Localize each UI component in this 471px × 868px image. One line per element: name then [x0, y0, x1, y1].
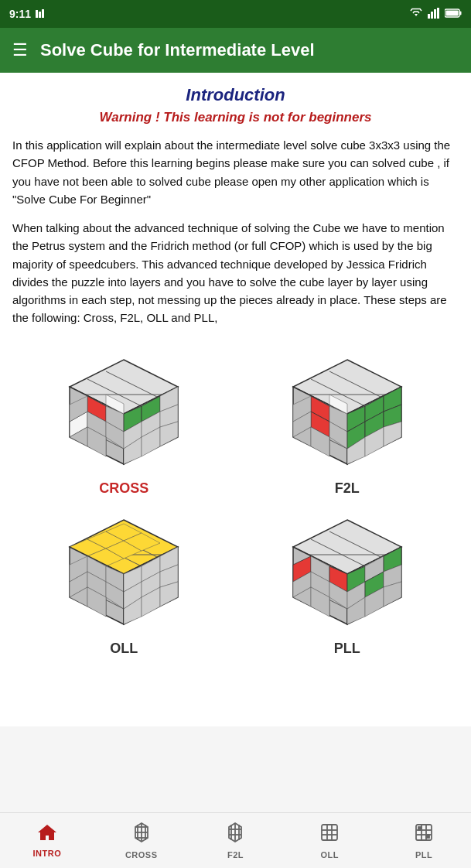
- svg-rect-2: [42, 9, 44, 18]
- oll-cube-image: [54, 512, 193, 636]
- time-display: 9:11: [9, 8, 31, 20]
- bottom-nav: INTRO CROSS F: [0, 812, 471, 868]
- svg-rect-9: [446, 11, 459, 16]
- nav-pll-label: PLL: [415, 850, 432, 859]
- nav-oll[interactable]: OLL: [282, 813, 377, 868]
- svg-rect-1: [39, 12, 41, 18]
- nav-pll[interactable]: PLL: [377, 813, 471, 868]
- cross-cube-image: [54, 352, 193, 476]
- intro-paragraph-2: When talking about the advanced techniqu…: [12, 219, 459, 327]
- signal-icon: [428, 8, 440, 21]
- nav-f2l[interactable]: F2L: [189, 813, 283, 868]
- nav-cross-label: CROSS: [125, 850, 158, 859]
- warning-text: Warning ! This learning is not for begin…: [12, 110, 459, 125]
- battery-icon: [445, 8, 462, 20]
- status-bar: 9:11: [0, 0, 471, 28]
- intro-paragraph-1: In this application will explain about t…: [12, 136, 459, 208]
- cross-label: CROSS: [99, 480, 148, 497]
- top-app-bar: ☰ Solve Cube for Intermediate Level: [0, 28, 471, 73]
- f2l-cube-image: [278, 352, 417, 476]
- svg-rect-0: [36, 10, 38, 18]
- oll-nav-icon: [319, 822, 340, 849]
- f2l-nav-icon: [224, 822, 246, 849]
- svg-rect-169: [418, 827, 422, 830]
- cross-nav-icon: [131, 822, 152, 849]
- pll-nav-icon: [413, 822, 435, 849]
- cube-cell-pll[interactable]: PLL: [236, 504, 459, 665]
- cube-grid: CROSS: [12, 338, 459, 665]
- svg-rect-3: [428, 14, 430, 19]
- cube-cell-oll[interactable]: OLL: [12, 504, 236, 665]
- menu-icon[interactable]: ☰: [12, 40, 28, 60]
- intro-title: Introduction: [12, 85, 459, 105]
- svg-rect-159: [322, 825, 337, 840]
- pll-label: PLL: [334, 641, 360, 657]
- oll-label: OLL: [110, 641, 138, 657]
- pll-cube-image: [278, 512, 417, 636]
- nav-cross[interactable]: CROSS: [94, 813, 189, 868]
- nav-intro-label: INTRO: [33, 849, 62, 858]
- main-content: Introduction Warning ! This learning is …: [0, 73, 471, 726]
- cube-cell-f2l[interactable]: F2L: [236, 344, 459, 504]
- nav-intro[interactable]: INTRO: [0, 813, 94, 868]
- sim-icon: [36, 8, 48, 20]
- wifi-icon: [409, 8, 423, 21]
- nav-oll-label: OLL: [321, 850, 340, 859]
- app-title: Solve Cube for Intermediate Level: [40, 40, 315, 60]
- svg-rect-5: [434, 9, 436, 19]
- svg-rect-8: [460, 12, 462, 15]
- svg-rect-4: [431, 12, 433, 19]
- f2l-label: F2L: [335, 480, 360, 497]
- svg-rect-170: [426, 835, 429, 838]
- svg-rect-6: [437, 8, 439, 19]
- home-icon: [36, 823, 58, 847]
- cube-cell-cross[interactable]: CROSS: [12, 344, 236, 504]
- nav-f2l-label: F2L: [227, 850, 244, 859]
